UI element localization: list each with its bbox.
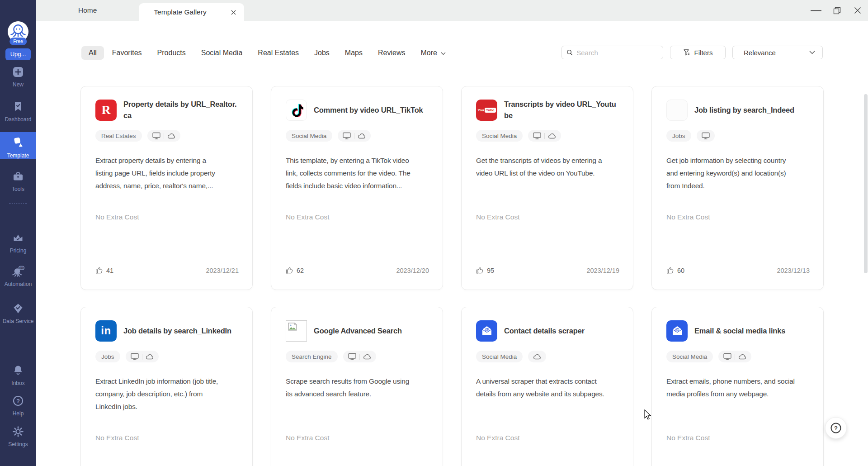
- category-pill-jobs[interactable]: Jobs: [307, 46, 337, 60]
- sidebar-item-help[interactable]: ? Help: [0, 395, 36, 417]
- platform-tag: [343, 351, 376, 362]
- cloud-icon: [533, 354, 541, 360]
- realtorca-logo-icon: R: [95, 100, 117, 121]
- category-pill-real-estates[interactable]: Real Estates: [250, 46, 306, 60]
- sidebar-item-dashboard[interactable]: Dashboard: [0, 100, 36, 123]
- platform-tag: [528, 130, 561, 142]
- linkedin-logo-icon: in: [95, 320, 117, 342]
- crown-icon: [0, 232, 36, 246]
- category-tag: Social Media: [286, 130, 332, 142]
- svg-text:@: @: [485, 327, 489, 332]
- upgrade-button[interactable]: Upg...: [5, 48, 31, 60]
- template-title: Property details by URL_Realtor.ca: [123, 99, 237, 121]
- cost-label: No Extra Cost: [286, 213, 329, 221]
- plan-badge: Free: [9, 38, 27, 45]
- sort-dropdown[interactable]: Relevance: [732, 46, 823, 59]
- cloud-icon: [358, 133, 366, 139]
- cost-label: No Extra Cost: [476, 213, 519, 221]
- template-card[interactable]: YouTube Transcripts by video URL_Youtube…: [461, 86, 633, 290]
- template-description: Get job information by selecting country…: [666, 154, 795, 192]
- template-card[interactable]: Comment by video URL_TikTok Social Media…: [271, 86, 443, 290]
- category-pill-social-media[interactable]: Social Media: [194, 46, 250, 60]
- template-title: Transcripts by video URL_Youtube: [504, 99, 618, 121]
- template-description: Extract property details by entering a l…: [95, 154, 224, 192]
- close-tab-icon[interactable]: [230, 9, 237, 16]
- likes[interactable]: 62: [286, 266, 304, 274]
- thumbs-up-icon: [286, 266, 293, 274]
- category-pill-maps[interactable]: Maps: [338, 46, 370, 60]
- template-title: Job details by search_LinkedIn: [123, 325, 231, 337]
- template-description: This template, by entering a TikTok vide…: [286, 154, 414, 192]
- sidebar-item-tools[interactable]: Tools: [0, 170, 36, 192]
- category-pill-products[interactable]: Products: [150, 46, 193, 60]
- sidebar: Free Upg... New Dashboard Template Tools…: [0, 0, 36, 466]
- filters-button[interactable]: Filters: [670, 46, 726, 59]
- sidebar-item-settings[interactable]: Settings: [0, 425, 36, 447]
- template-card[interactable]: Job listing by search_Indeed Jobs Get jo…: [651, 86, 824, 290]
- sidebar-item-data-service[interactable]: Data Service: [0, 302, 36, 324]
- category-more[interactable]: More: [413, 46, 453, 60]
- gear-icon: [0, 425, 36, 440]
- filter-funnel-icon: [683, 49, 690, 56]
- category-tag: Search Engine: [286, 351, 338, 362]
- cloud-icon: [146, 354, 154, 360]
- chevron-down-icon: [809, 51, 815, 54]
- category-pill-favorites[interactable]: Favorites: [105, 46, 149, 60]
- cost-label: No Extra Cost: [666, 213, 710, 221]
- search-box[interactable]: [561, 46, 663, 59]
- sidebar-item-inbox[interactable]: Inbox: [0, 364, 36, 386]
- question-circle-icon: ?: [0, 395, 36, 409]
- window-minimize-icon[interactable]: [806, 0, 826, 21]
- template-description: Extract emails, phone numbers, and socia…: [666, 375, 795, 400]
- thumbs-up-icon: [476, 266, 484, 274]
- platform-tag: [697, 130, 715, 142]
- mouse-cursor: [643, 409, 653, 423]
- window-close-icon[interactable]: [847, 0, 868, 21]
- template-card[interactable]: Google Advanced Search Search Engine Scr…: [271, 307, 443, 466]
- diamond-check-icon: [0, 302, 36, 317]
- template-card[interactable]: @ Email & social media links Social Medi…: [651, 307, 824, 466]
- category-pill-reviews[interactable]: Reviews: [371, 46, 412, 60]
- briefcase-icon: [0, 170, 36, 185]
- sidebar-item-new[interactable]: New: [0, 66, 36, 88]
- svg-text:RPA: RPA: [19, 267, 24, 269]
- category-tag: Social Media: [476, 130, 523, 142]
- template-card[interactable]: R Property details by URL_Realtor.ca Rea…: [80, 86, 253, 290]
- template-card[interactable]: in Job details by search_LinkedIn Jobs E…: [80, 307, 253, 466]
- template-date: 2023/12/21: [206, 267, 239, 274]
- svg-text:?: ?: [834, 425, 838, 432]
- svg-text:@: @: [675, 327, 679, 332]
- template-card[interactable]: @ Contact details scraper Social Media A…: [461, 307, 633, 466]
- category-tag: Jobs: [666, 130, 691, 142]
- template-description: Get the transcripts of videos by enterin…: [476, 154, 604, 180]
- help-floating-button[interactable]: ?: [825, 417, 847, 439]
- thumbs-up-icon: [666, 266, 674, 274]
- local-device-icon: [152, 132, 160, 139]
- template-shapes-icon: [0, 136, 36, 151]
- likes[interactable]: 41: [95, 266, 113, 274]
- octopus-rpa-icon: RPA: [0, 265, 36, 280]
- platform-tag: [528, 351, 546, 362]
- tab-home[interactable]: Home: [65, 0, 110, 21]
- likes[interactable]: 60: [666, 266, 684, 274]
- youtube-logo-icon: YouTube: [476, 100, 497, 121]
- local-device-icon: [131, 353, 139, 360]
- contact-mail-icon: @: [666, 320, 688, 342]
- local-device-icon: [723, 353, 731, 360]
- likes[interactable]: 95: [476, 266, 494, 274]
- category-tag: Social Media: [666, 351, 713, 362]
- tab-template-gallery[interactable]: Template Gallery: [139, 3, 244, 21]
- search-input[interactable]: [576, 49, 658, 57]
- template-date: 2023/12/19: [586, 267, 619, 274]
- scrollbar-thumb[interactable]: [864, 94, 868, 273]
- question-mark-icon: ?: [830, 422, 842, 434]
- cost-label: No Extra Cost: [95, 213, 139, 221]
- window-restore-icon[interactable]: [826, 0, 847, 21]
- template-title: Contact details scraper: [504, 325, 585, 337]
- sidebar-item-automation[interactable]: RPA Automation: [0, 265, 36, 287]
- sidebar-item-pricing[interactable]: Pricing: [0, 232, 36, 254]
- category-tag: Real Estates: [95, 130, 142, 142]
- sidebar-item-template[interactable]: Template: [0, 132, 36, 159]
- category-pill-all[interactable]: All: [81, 46, 104, 60]
- local-device-icon: [348, 353, 356, 360]
